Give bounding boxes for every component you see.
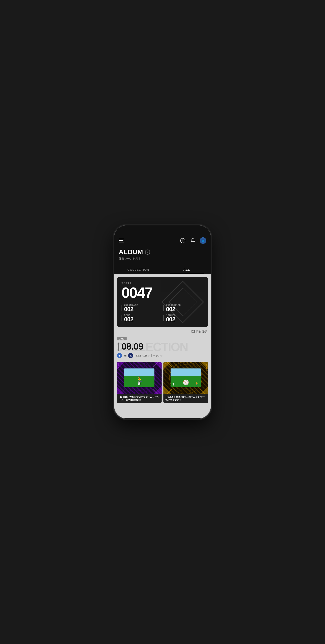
rare-count: 002 bbox=[124, 316, 133, 322]
date-section: COLLECTION 2021 08.09 横 VS bbox=[117, 335, 208, 360]
scroll-area[interactable]: TOTAL 0047 LEGENDARY 002 bbox=[114, 274, 211, 418]
hamburger-menu-button[interactable] bbox=[119, 239, 124, 242]
team-logo-away: De bbox=[128, 353, 133, 358]
bell-icon[interactable] bbox=[190, 237, 196, 244]
card-super-rare-caption: 【5回裏】楠本の2ランホームランで一気に突き放す！ bbox=[163, 394, 208, 403]
svg-text:横: 横 bbox=[118, 355, 121, 357]
status-bar bbox=[114, 226, 211, 236]
calendar-icon bbox=[191, 330, 195, 334]
svg-rect-7 bbox=[192, 330, 194, 332]
vs-text: VS bbox=[123, 354, 127, 357]
match-type: ペナント bbox=[153, 354, 163, 358]
date-main: 08.09 bbox=[117, 341, 208, 352]
date-number: 08.09 bbox=[121, 341, 143, 352]
card-rare-image: 9 🏃 RARE RARE bbox=[117, 362, 162, 394]
diamond-bg bbox=[160, 279, 206, 325]
card-rare-caption: 【9回裏】大和がサヨナラタイムリーツーベースで劇的勝利！ bbox=[117, 394, 162, 403]
tab-all[interactable]: ALL bbox=[163, 265, 211, 274]
date-bar-decoration bbox=[118, 342, 119, 351]
card-super-rare-image: SUPER RARE SUPER RARE bbox=[163, 362, 208, 394]
date-filter-label: 日付選択 bbox=[196, 330, 207, 334]
album-title-row: ALBUM ? bbox=[119, 248, 206, 256]
year-badge: 2021 bbox=[117, 337, 127, 340]
help-icon[interactable]: ? bbox=[145, 250, 150, 254]
phone-screen: i 🌐 bbox=[114, 226, 211, 418]
main-content: TOTAL 0047 LEGENDARY 002 bbox=[114, 274, 211, 406]
date-filter[interactable]: 日付選択 bbox=[117, 330, 208, 334]
album-subtitle: 保有シーンを見る bbox=[119, 257, 206, 260]
header-area: ALBUM ? 保有シーンを見る bbox=[114, 248, 211, 265]
info-icon[interactable]: i bbox=[180, 237, 186, 244]
svg-text:i: i bbox=[183, 239, 183, 242]
tab-collection[interactable]: COLLECTION bbox=[114, 265, 163, 274]
avatar[interactable]: 🌐 bbox=[200, 237, 206, 244]
team-logo-home: 横 bbox=[117, 353, 122, 358]
stats-card: TOTAL 0047 LEGENDARY 002 bbox=[117, 277, 208, 327]
svg-marker-5 bbox=[162, 281, 203, 323]
card-super-rare-caption-text: 【5回裏】楠本の2ランホームランで一気に突き放す！ bbox=[165, 395, 206, 402]
legendary-count: 002 bbox=[124, 306, 138, 312]
card-super-rare-item[interactable]: SUPER RARE SUPER RARE bbox=[163, 362, 208, 403]
album-title-text: ALBUM bbox=[119, 248, 143, 256]
svg-text:De: De bbox=[130, 355, 132, 357]
svg-marker-6 bbox=[169, 288, 197, 316]
card-rare-caption-text: 【9回裏】大和がサヨナラタイムリーツーベースで劇的勝利！ bbox=[119, 395, 160, 402]
match-score: De2－11xオ bbox=[136, 354, 150, 358]
phone-frame: i 🌐 bbox=[114, 226, 211, 418]
stat-rare: RARE 002 bbox=[122, 314, 162, 322]
match-info: 横 VS De De2－11xオ ペナント bbox=[117, 353, 208, 358]
cards-grid: 9 🏃 RARE RARE bbox=[117, 362, 208, 403]
card-rare-item[interactable]: 9 🏃 RARE RARE bbox=[117, 362, 162, 403]
divider-2 bbox=[151, 354, 152, 357]
top-nav: i 🌐 bbox=[114, 236, 211, 248]
divider bbox=[135, 354, 135, 357]
svg-text:🌐: 🌐 bbox=[202, 240, 204, 242]
nav-right-icons: i 🌐 bbox=[180, 237, 206, 244]
stat-legendary: LEGENDARY 002 bbox=[122, 304, 162, 312]
tabs-bar: COLLECTION ALL bbox=[114, 265, 211, 274]
